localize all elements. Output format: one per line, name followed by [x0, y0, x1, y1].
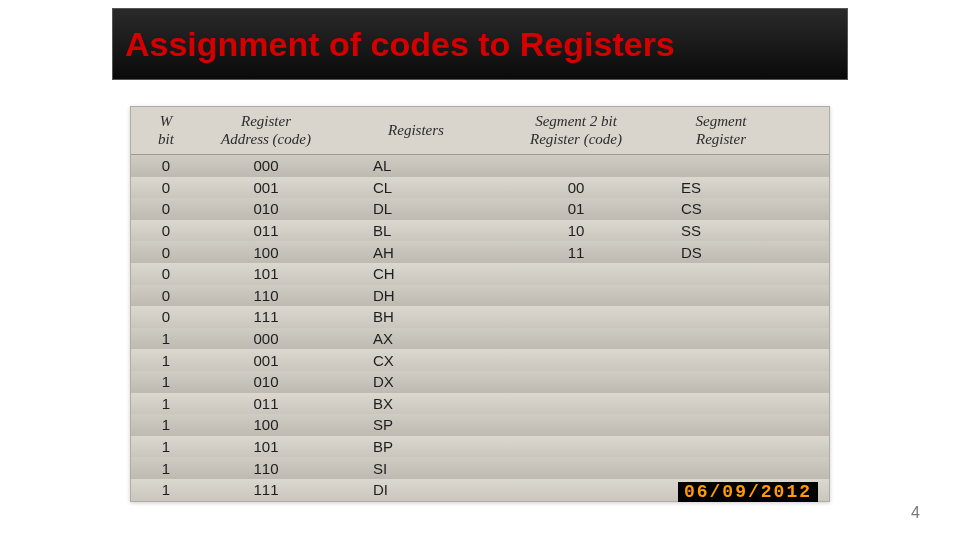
cell-seg-reg: ES: [651, 179, 791, 196]
cell-w-bit: 1: [131, 416, 201, 433]
cell-register: DI: [331, 481, 501, 498]
cell-register: BL: [331, 222, 501, 239]
cell-reg-addr: 101: [201, 438, 331, 455]
col-seg-code-l2: Register (code): [530, 131, 622, 148]
col-reg-addr: Register Address (code): [201, 107, 331, 154]
col-seg-reg-l2: Register: [696, 131, 746, 148]
table-row: 0100AH11DS: [131, 241, 829, 263]
col-reg-addr-l2: Address (code): [221, 131, 311, 148]
cell-register: AX: [331, 330, 501, 347]
cell-reg-addr: 010: [201, 200, 331, 217]
cell-seg-code: 01: [501, 200, 651, 217]
table-row: 0110DH: [131, 285, 829, 307]
cell-register: CL: [331, 179, 501, 196]
table-row: 1011BX: [131, 393, 829, 415]
cell-reg-addr: 110: [201, 460, 331, 477]
cell-seg-reg: SS: [651, 222, 791, 239]
cell-w-bit: 0: [131, 200, 201, 217]
cell-register: SP: [331, 416, 501, 433]
cell-w-bit: 0: [131, 179, 201, 196]
table-row: 0001CL00ES: [131, 177, 829, 199]
col-reg-addr-l1: Register: [241, 113, 291, 130]
cell-seg-code: 00: [501, 179, 651, 196]
cell-register: BX: [331, 395, 501, 412]
col-w-bit-l1: W: [160, 113, 173, 130]
page-number: 4: [911, 504, 920, 522]
cell-reg-addr: 101: [201, 265, 331, 282]
cell-reg-addr: 011: [201, 395, 331, 412]
table-row: 1100SP: [131, 414, 829, 436]
cell-reg-addr: 100: [201, 416, 331, 433]
cell-reg-addr: 111: [201, 308, 331, 325]
cell-reg-addr: 000: [201, 157, 331, 174]
col-seg-reg-l1: Segment: [696, 113, 747, 130]
cell-w-bit: 1: [131, 352, 201, 369]
col-registers: Registers: [331, 107, 501, 154]
col-seg-code: Segment 2 bit Register (code): [501, 107, 651, 154]
cell-w-bit: 1: [131, 481, 201, 498]
cell-seg-code: 11: [501, 244, 651, 261]
table-row: 0101CH: [131, 263, 829, 285]
table-row: 0111BH: [131, 306, 829, 328]
table-row: 1110SI: [131, 457, 829, 479]
col-seg-reg: Segment Register: [651, 107, 791, 154]
table-header: W bit Register Address (code) Registers …: [131, 107, 829, 155]
cell-register: CH: [331, 265, 501, 282]
col-registers-l1: Registers: [388, 122, 444, 139]
cell-reg-addr: 010: [201, 373, 331, 390]
cell-register: DH: [331, 287, 501, 304]
title-bar: Assignment of codes to Registers: [112, 8, 848, 80]
table-row: 1101BP: [131, 436, 829, 458]
cell-w-bit: 0: [131, 244, 201, 261]
cell-register: BP: [331, 438, 501, 455]
cell-register: SI: [331, 460, 501, 477]
col-seg-code-l1: Segment 2 bit: [535, 113, 617, 130]
cell-reg-addr: 001: [201, 179, 331, 196]
register-code-table: W bit Register Address (code) Registers …: [130, 106, 830, 502]
cell-register: DL: [331, 200, 501, 217]
slide-title: Assignment of codes to Registers: [125, 25, 675, 64]
cell-w-bit: 1: [131, 438, 201, 455]
col-w-bit-l2: bit: [158, 131, 174, 148]
cell-register: AL: [331, 157, 501, 174]
cell-w-bit: 0: [131, 265, 201, 282]
cell-reg-addr: 110: [201, 287, 331, 304]
table-row: 1000AX: [131, 328, 829, 350]
cell-reg-addr: 011: [201, 222, 331, 239]
table-row: 1001CX: [131, 349, 829, 371]
cell-register: DX: [331, 373, 501, 390]
cell-w-bit: 1: [131, 373, 201, 390]
table-row: 1010DX: [131, 371, 829, 393]
cell-reg-addr: 001: [201, 352, 331, 369]
cell-w-bit: 1: [131, 460, 201, 477]
cell-w-bit: 0: [131, 287, 201, 304]
col-w-bit: W bit: [131, 107, 201, 154]
cell-seg-code: 10: [501, 222, 651, 239]
cell-reg-addr: 111: [201, 481, 331, 498]
cell-w-bit: 1: [131, 330, 201, 347]
cell-reg-addr: 000: [201, 330, 331, 347]
table-row: 0000AL: [131, 155, 829, 177]
cell-register: CX: [331, 352, 501, 369]
cell-seg-reg: DS: [651, 244, 791, 261]
table-row: 0011BL10SS: [131, 220, 829, 242]
cell-register: AH: [331, 244, 501, 261]
table-row: 0010DL01CS: [131, 198, 829, 220]
table-body: 0000AL0001CL00ES0010DL01CS0011BL10SS0100…: [131, 155, 829, 501]
cell-seg-reg: CS: [651, 200, 791, 217]
cell-register: BH: [331, 308, 501, 325]
cell-w-bit: 1: [131, 395, 201, 412]
cell-reg-addr: 100: [201, 244, 331, 261]
cell-w-bit: 0: [131, 222, 201, 239]
camera-datestamp: 06/09/2012: [678, 482, 818, 502]
cell-w-bit: 0: [131, 308, 201, 325]
cell-w-bit: 0: [131, 157, 201, 174]
